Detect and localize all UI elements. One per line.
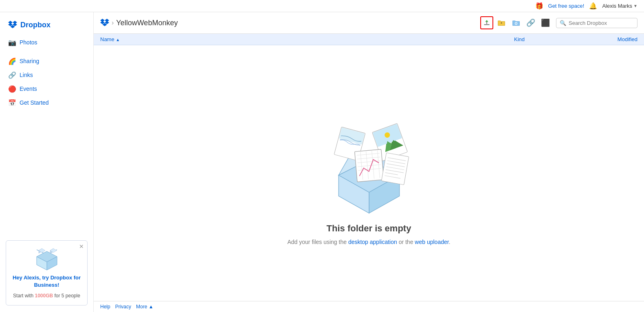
links-icon: 🔗 <box>8 71 16 79</box>
ad-close-button[interactable]: ✕ <box>79 243 84 250</box>
share-icon <box>512 19 520 26</box>
footer-more-link[interactable]: More ▲ <box>136 304 154 310</box>
free-space-link[interactable]: Get free space! <box>548 3 585 9</box>
sidebar-item-links[interactable]: 🔗 Links <box>4 68 89 81</box>
upload-icon <box>483 19 490 26</box>
dropdown-arrow-icon: ▼ <box>633 4 637 8</box>
search-icon: 🔍 <box>560 20 566 26</box>
web-uploader-link[interactable]: web uploader <box>415 239 448 245</box>
link-button[interactable]: 🔗 <box>524 16 537 29</box>
share-button[interactable] <box>510 16 523 29</box>
sidebar-events-label: Events <box>20 86 37 92</box>
sharing-icon: 🌈 <box>8 57 16 65</box>
user-name-label: Alexis Marks <box>602 3 632 9</box>
events-icon: 🔴 <box>8 85 16 93</box>
svg-rect-18 <box>484 24 490 25</box>
main-content: › YellowWebMonkey + <box>94 12 644 312</box>
layout: Dropbox 📷 Photos 🌈 Sharing 🔗 Links 🔴 Eve… <box>0 12 644 312</box>
sidebar-item-events[interactable]: 🔴 Events <box>4 82 89 95</box>
sort-arrow-icon: ▲ <box>116 37 120 42</box>
file-header: › YellowWebMonkey + <box>94 12 644 34</box>
new-folder-button[interactable]: + <box>495 16 508 29</box>
sidebar-sharing-label: Sharing <box>20 58 39 64</box>
col-kind-header[interactable]: Kind <box>483 36 556 42</box>
topbar: 🎁 Get free space! 🔔 Alexis Marks ▼ <box>0 0 644 12</box>
sidebar-item-sharing[interactable]: 🌈 Sharing <box>4 55 89 68</box>
empty-desc-suffix: . <box>449 239 451 245</box>
sidebar-links-label: Links <box>20 72 33 78</box>
ad-body-prefix: Start with <box>13 293 35 299</box>
empty-folder-illustration <box>312 101 426 215</box>
col-modified-header[interactable]: Modified <box>556 36 637 42</box>
ad-illustration <box>31 246 63 271</box>
footer-privacy-link[interactable]: Privacy <box>115 304 131 310</box>
ad-body: Start with 1000GB for 5 people <box>12 292 81 299</box>
ad-body-suffix: for 5 people <box>53 293 80 299</box>
sidebar-logo[interactable]: Dropbox <box>0 19 93 36</box>
new-folder-icon: + <box>497 19 506 26</box>
sidebar-get-started-label: Get Started <box>20 99 49 106</box>
toolbar: + 🔗 ⬛ <box>480 16 552 29</box>
dropbox-breadcrumb-icon <box>100 18 109 27</box>
breadcrumb-separator: › <box>112 19 114 26</box>
svg-text:+: + <box>501 22 502 24</box>
sidebar-photos-label: Photos <box>20 39 37 46</box>
desktop-app-link[interactable]: desktop application <box>348 239 397 245</box>
get-started-icon: 📅 <box>8 99 16 107</box>
table-header: Name ▲ Kind Modified <box>94 34 644 45</box>
empty-folder: This folder is empty Add your files usin… <box>94 45 644 301</box>
bell-icon: 🔔 <box>589 2 597 10</box>
sidebar-ad: ✕ Hey Alexis, try Dropbox for Busi <box>6 240 88 305</box>
user-menu[interactable]: Alexis Marks ▼ <box>602 3 637 9</box>
empty-title: This folder is empty <box>327 223 411 234</box>
sidebar-item-photos[interactable]: 📷 Photos <box>4 36 89 49</box>
free-space-label: Get free space! <box>548 3 585 9</box>
upload-button[interactable] <box>480 16 493 29</box>
empty-desc: Add your files using the desktop applica… <box>287 239 450 245</box>
search-box: 🔍 <box>556 18 637 28</box>
svg-rect-48 <box>381 153 409 185</box>
empty-desc-middle: or the <box>397 239 415 245</box>
footer-help-link[interactable]: Help <box>100 304 110 310</box>
dropbox-logo-icon <box>8 20 17 29</box>
svg-marker-20 <box>485 20 488 22</box>
search-input[interactable] <box>569 20 634 26</box>
sidebar-logo-label: Dropbox <box>20 21 51 29</box>
more-button[interactable]: ⬛ <box>539 16 552 29</box>
breadcrumb-folder: YellowWebMonkey <box>116 19 178 27</box>
ad-title: Hey Alexis, try Dropbox for Business! <box>12 274 81 289</box>
ad-highlight: 1000GB <box>35 293 53 299</box>
page-footer: Help Privacy More ▲ <box>94 301 644 312</box>
breadcrumb: › YellowWebMonkey <box>100 18 476 27</box>
gift-icon: 🎁 <box>535 2 543 10</box>
photos-icon: 📷 <box>8 38 16 46</box>
sidebar-nav: 📷 Photos 🌈 Sharing 🔗 Links 🔴 Events 📅 Ge… <box>0 36 93 109</box>
sidebar: Dropbox 📷 Photos 🌈 Sharing 🔗 Links 🔴 Eve… <box>0 12 94 312</box>
empty-desc-prefix: Add your files using the <box>287 239 348 245</box>
col-name-header[interactable]: Name ▲ <box>100 36 483 42</box>
sidebar-item-get-started[interactable]: 📅 Get Started <box>4 96 89 109</box>
